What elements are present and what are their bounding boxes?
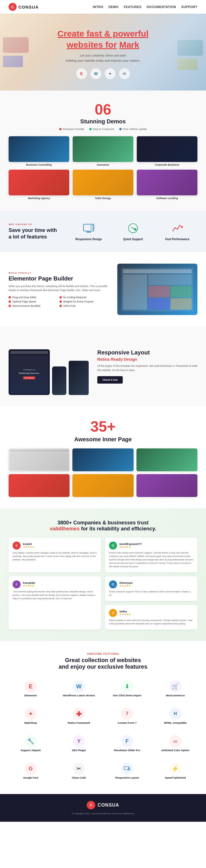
nav-features[interactable]: FEATURES (124, 5, 141, 8)
feature-redux: Redux Framework (57, 704, 101, 728)
wordpress-icon[interactable]: W (91, 68, 101, 79)
elementor-icon[interactable]: E (76, 68, 87, 79)
demo-thumb-2 (73, 136, 133, 162)
features-left: WHY CHOOSE US Save your time with a lot … (8, 223, 60, 241)
el-feat-6: 100% Free (59, 305, 109, 307)
demo-thumb-3 (137, 136, 198, 162)
awesome-features-section: AWESOME FEATURES Great collection of web… (0, 641, 206, 794)
demo-label-2: Insurance (73, 163, 133, 166)
feat-dot-6 (59, 305, 62, 307)
reviewer-stars-3: ★★★★★ (23, 584, 35, 587)
demo-item-5[interactable]: Solar Energy (73, 170, 133, 200)
support-name: Quick Support (113, 238, 153, 241)
reviewer-header-4: O Olivertyam ★★★★★ (109, 580, 194, 588)
demos-section: 06 Stunning Demos Developer Friendly Eas… (0, 91, 206, 211)
hero-title: Create fast & powerful websites for Mark (8, 28, 198, 50)
feature-contact-form: 7 Contact Form 7 (105, 704, 149, 728)
demo-item-2[interactable]: Insurance (73, 136, 133, 166)
inner-thumb-6[interactable] (136, 474, 198, 497)
inner-pages-section: 35+ Awesome Inner Page (0, 406, 206, 508)
feature-woocommerce-name: WooCommerce (156, 694, 196, 697)
check-it-out-button[interactable]: Check It Out (97, 376, 123, 383)
inner-pages-grid (8, 448, 198, 497)
reviewer-avatar-3: F (12, 580, 21, 588)
demo-label-6: Software Landing (137, 197, 198, 200)
feature-responsive-layout-name: Responsive Layout (107, 776, 147, 779)
responsive-left: Strategies for Enduring Success Get Star… (8, 338, 89, 395)
responsive-layout-icon-circle (121, 763, 133, 775)
reviewer-header-2: G GetAllPayment777 ★★★★★ (109, 541, 194, 550)
feature-speed-name: Speed Optimized (156, 776, 196, 779)
feature-speed-optimized: ⚡ Speed Optimized (153, 759, 198, 783)
email-icon[interactable]: ✉ (119, 68, 130, 79)
device-tablet (69, 361, 89, 395)
demo-item-6[interactable]: Software Landing (137, 170, 198, 200)
footer: C CONSUA © Copyright 2024. Consua-WordPr… (0, 794, 206, 822)
inner-thumb-1[interactable] (8, 448, 70, 471)
inner-thumb-3[interactable] (136, 448, 198, 471)
nav-demo[interactable]: DEMO (108, 5, 119, 8)
speed-icon-circle: ⚡ (170, 763, 181, 775)
demos-title: Stunning Demos (8, 118, 198, 125)
reviewer-header-5: S Saifey ★★★★★ (109, 609, 194, 617)
device-mockup: Strategies for Enduring Success Get Star… (8, 338, 89, 395)
reviewer-text-4: Great customer support! This is 5 star c… (109, 590, 194, 597)
reviewer-name-4: Olivertyam (119, 582, 133, 584)
reviewer-avatar-1: K (12, 541, 21, 550)
reviewer-avatar-4: O (109, 580, 117, 588)
svg-rect-2 (91, 225, 93, 229)
star-icon[interactable]: ✦ (105, 68, 115, 79)
hero-section: Create fast & powerful websites for Mark… (0, 14, 206, 91)
inner-pages-title: Awesome Inner Page (8, 436, 198, 443)
logo-icon: C (8, 3, 17, 11)
elementor-title: Elementor Page Builder (8, 275, 109, 282)
feature-seo-name: SEO Plugin (59, 749, 99, 752)
el-feat-1: Drag and Drop Editor (8, 296, 58, 299)
features-items-grid: E Elementor W WordPress Latest Version ⬇… (8, 677, 198, 783)
feature-wordpress: W WordPress Latest Version (57, 677, 101, 700)
demo-item-1[interactable]: Business Consulting (8, 136, 69, 166)
why-choose-section: WHY CHOOSE US Save your time with a lot … (0, 211, 206, 252)
footer-copyright: © Copyright 2024. Consua-WordPress Theme… (7, 812, 199, 815)
footer-logo: C CONSUA (7, 801, 199, 809)
trust-section: 3800+ Companies & businesses trust valid… (0, 508, 206, 641)
trust-title: 3800+ Companies & businesses trust valid… (8, 520, 198, 532)
demos-grid: Business Consulting Insurance Corporate … (8, 136, 198, 200)
nav-support[interactable]: SUPPORT (181, 5, 198, 8)
reviews-grid: K krisk23 ★★★★★ Very helpful, needed som… (8, 537, 198, 629)
feature-revolution-slider-name: Revolution Slider Pro (107, 749, 147, 752)
reviewer-stars-4: ★★★★★ (119, 584, 133, 587)
demo-item-3[interactable]: Corporate Business (137, 136, 198, 166)
elementor-right (117, 264, 198, 315)
demo-label-1: Business Consulting (8, 163, 69, 166)
feature-contact-form-name: Contact Form 7 (107, 721, 147, 724)
svg-rect-1 (86, 231, 91, 232)
feature-jetpack: 🔧 Support Jetpack (8, 732, 53, 755)
color-option-icon-circle: ∞ (170, 735, 181, 747)
feature-woocommerce: 🛒 WooCommerce (153, 677, 198, 700)
feature-demo-import: ⬇ One Click Demo Import (105, 677, 149, 700)
nav-documentation[interactable]: DOCUMENTATION (147, 5, 176, 8)
reviewer-text-2: Every 5 star review and Customer support… (109, 551, 194, 568)
wordpress-icon-circle: W (73, 680, 85, 692)
badge-developer: Developer Friendly (59, 128, 84, 130)
inner-thumb-5[interactable] (72, 474, 133, 497)
nav-logo[interactable]: C CONSUA (8, 3, 38, 11)
why-choose-title: Save your time with a lot of features (8, 227, 60, 241)
inner-thumb-4[interactable] (8, 474, 70, 497)
elementor-left: BUILD VISUALLY Elementor Page Builder Wh… (8, 272, 109, 307)
svg-rect-7 (78, 711, 80, 716)
demo-item-4[interactable]: Marketing Agency (8, 170, 69, 200)
review-card-3: F freespider ★★★★★ I recommend buying th… (8, 577, 101, 629)
logo-text: CONSUA (18, 5, 38, 9)
elementor-tag: BUILD VISUALLY (8, 272, 109, 274)
nav-intro[interactable]: INTRO (93, 5, 103, 8)
reviewer-name-1: krisk23 (23, 543, 34, 546)
reviewer-name-5: Saifey (119, 610, 131, 613)
wpml-icon-circle: H (170, 708, 181, 720)
review-card-2: G GetAllPayment777 ★★★★★ Every 5 star re… (105, 537, 198, 572)
badge-update: Free Lifetime Update (119, 128, 147, 130)
demo-import-icon-circle: ⬇ (121, 680, 133, 692)
inner-thumb-2[interactable] (72, 448, 133, 471)
device-laptop: Strategies for Enduring Success Get Star… (8, 349, 50, 395)
